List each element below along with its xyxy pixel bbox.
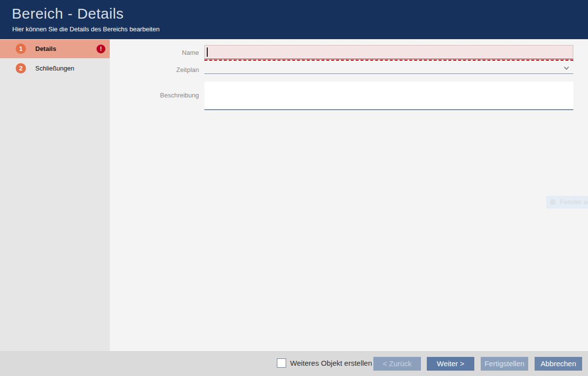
page-title: Bereich - Details xyxy=(12,5,124,22)
zeitplan-dropdown[interactable] xyxy=(204,63,573,74)
step-number-badge: 1 xyxy=(16,44,26,54)
name-error-underline xyxy=(204,60,573,61)
zeitplan-label: Zeitplan xyxy=(111,66,199,73)
header-banner: Bereich - Details Hier können Sie die De… xyxy=(0,0,588,39)
step-number-badge: 2 xyxy=(16,63,26,73)
footer-bar: Weiteres Objekt erstellen < Zurück Weite… xyxy=(0,351,588,376)
beschreibung-label: Beschreibung xyxy=(111,92,199,99)
weiteres-objekt-label: Weiteres Objekt erstellen xyxy=(290,359,372,367)
step-item-details[interactable]: 1 Details ! xyxy=(0,40,110,58)
weiter-button[interactable]: Weiter > xyxy=(427,357,474,371)
chevron-down-icon xyxy=(564,66,569,70)
step-label: Schließungen xyxy=(35,59,74,78)
wizard-steps-sidebar: 1 Details ! 2 Schließungen xyxy=(0,39,110,351)
fenster-flyout-tab[interactable]: Fenster au xyxy=(546,196,588,209)
name-label: Name xyxy=(111,49,199,56)
name-input[interactable] xyxy=(204,45,573,59)
zurueck-button[interactable]: < Zurück xyxy=(373,357,421,371)
abbrechen-button[interactable]: Abbrechen xyxy=(535,357,582,371)
validation-error-icon: ! xyxy=(97,45,105,53)
pin-icon xyxy=(550,199,556,205)
fenster-tab-label: Fenster au xyxy=(560,198,588,206)
text-caret xyxy=(207,47,208,57)
wizard-window: Bereich - Details Hier können Sie die De… xyxy=(0,0,588,376)
page-subtitle: Hier können Sie die Details des Bereichs… xyxy=(12,25,160,33)
step-item-schliessungen[interactable]: 2 Schließungen xyxy=(0,59,110,78)
step-label: Details xyxy=(35,40,56,58)
weiteres-objekt-checkbox[interactable] xyxy=(277,358,286,368)
fertigstellen-button[interactable]: Fertigstellen xyxy=(481,357,528,371)
beschreibung-textarea[interactable] xyxy=(204,82,573,110)
